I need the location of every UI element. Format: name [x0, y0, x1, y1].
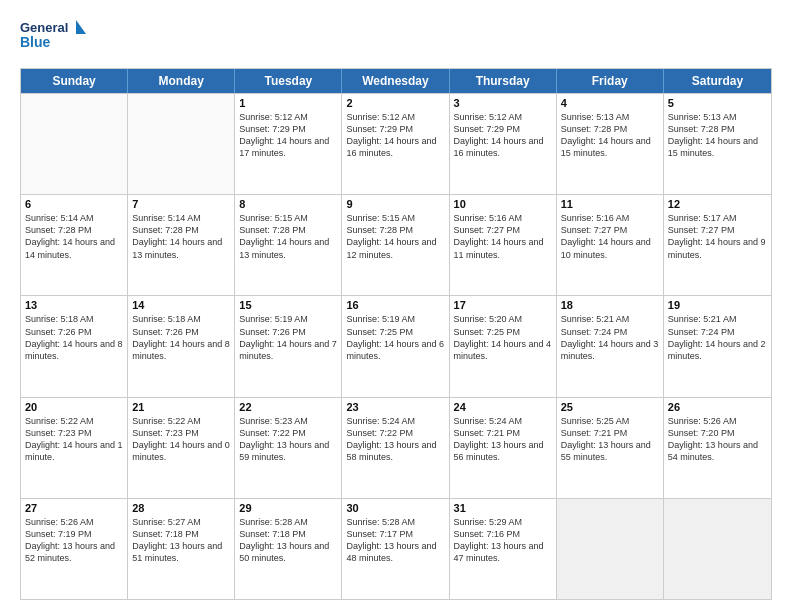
day-number: 16 [346, 299, 444, 311]
day-number: 13 [25, 299, 123, 311]
day-header-friday: Friday [557, 69, 664, 93]
day-number: 20 [25, 401, 123, 413]
day-cell-21: 21Sunrise: 5:22 AM Sunset: 7:23 PM Dayli… [128, 398, 235, 498]
day-number: 24 [454, 401, 552, 413]
day-info: Sunrise: 5:18 AM Sunset: 7:26 PM Dayligh… [25, 313, 123, 362]
day-header-sunday: Sunday [21, 69, 128, 93]
day-number: 21 [132, 401, 230, 413]
empty-cell-4-6 [664, 499, 771, 599]
day-cell-24: 24Sunrise: 5:24 AM Sunset: 7:21 PM Dayli… [450, 398, 557, 498]
day-cell-28: 28Sunrise: 5:27 AM Sunset: 7:18 PM Dayli… [128, 499, 235, 599]
day-cell-5: 5Sunrise: 5:13 AM Sunset: 7:28 PM Daylig… [664, 94, 771, 194]
day-number: 15 [239, 299, 337, 311]
day-number: 1 [239, 97, 337, 109]
day-cell-23: 23Sunrise: 5:24 AM Sunset: 7:22 PM Dayli… [342, 398, 449, 498]
day-info: Sunrise: 5:25 AM Sunset: 7:21 PM Dayligh… [561, 415, 659, 464]
day-info: Sunrise: 5:24 AM Sunset: 7:22 PM Dayligh… [346, 415, 444, 464]
day-info: Sunrise: 5:21 AM Sunset: 7:24 PM Dayligh… [668, 313, 767, 362]
day-number: 18 [561, 299, 659, 311]
day-number: 4 [561, 97, 659, 109]
day-number: 6 [25, 198, 123, 210]
day-cell-16: 16Sunrise: 5:19 AM Sunset: 7:25 PM Dayli… [342, 296, 449, 396]
day-number: 17 [454, 299, 552, 311]
day-number: 3 [454, 97, 552, 109]
day-cell-7: 7Sunrise: 5:14 AM Sunset: 7:28 PM Daylig… [128, 195, 235, 295]
svg-text:General: General [20, 20, 68, 35]
day-header-tuesday: Tuesday [235, 69, 342, 93]
day-header-monday: Monday [128, 69, 235, 93]
day-number: 5 [668, 97, 767, 109]
day-info: Sunrise: 5:29 AM Sunset: 7:16 PM Dayligh… [454, 516, 552, 565]
day-cell-11: 11Sunrise: 5:16 AM Sunset: 7:27 PM Dayli… [557, 195, 664, 295]
day-cell-19: 19Sunrise: 5:21 AM Sunset: 7:24 PM Dayli… [664, 296, 771, 396]
day-number: 8 [239, 198, 337, 210]
day-cell-18: 18Sunrise: 5:21 AM Sunset: 7:24 PM Dayli… [557, 296, 664, 396]
empty-cell-0-1 [128, 94, 235, 194]
header: General Blue [20, 16, 772, 60]
day-number: 11 [561, 198, 659, 210]
day-number: 12 [668, 198, 767, 210]
day-info: Sunrise: 5:21 AM Sunset: 7:24 PM Dayligh… [561, 313, 659, 362]
day-cell-14: 14Sunrise: 5:18 AM Sunset: 7:26 PM Dayli… [128, 296, 235, 396]
day-number: 28 [132, 502, 230, 514]
day-info: Sunrise: 5:23 AM Sunset: 7:22 PM Dayligh… [239, 415, 337, 464]
day-number: 31 [454, 502, 552, 514]
calendar: SundayMondayTuesdayWednesdayThursdayFrid… [20, 68, 772, 600]
calendar-row-3: 13Sunrise: 5:18 AM Sunset: 7:26 PM Dayli… [21, 295, 771, 396]
day-cell-26: 26Sunrise: 5:26 AM Sunset: 7:20 PM Dayli… [664, 398, 771, 498]
day-number: 29 [239, 502, 337, 514]
day-number: 2 [346, 97, 444, 109]
day-cell-4: 4Sunrise: 5:13 AM Sunset: 7:28 PM Daylig… [557, 94, 664, 194]
calendar-row-2: 6Sunrise: 5:14 AM Sunset: 7:28 PM Daylig… [21, 194, 771, 295]
empty-cell-0-0 [21, 94, 128, 194]
day-cell-13: 13Sunrise: 5:18 AM Sunset: 7:26 PM Dayli… [21, 296, 128, 396]
day-cell-29: 29Sunrise: 5:28 AM Sunset: 7:18 PM Dayli… [235, 499, 342, 599]
day-info: Sunrise: 5:14 AM Sunset: 7:28 PM Dayligh… [25, 212, 123, 261]
day-cell-15: 15Sunrise: 5:19 AM Sunset: 7:26 PM Dayli… [235, 296, 342, 396]
logo: General Blue [20, 16, 90, 60]
day-number: 22 [239, 401, 337, 413]
day-cell-22: 22Sunrise: 5:23 AM Sunset: 7:22 PM Dayli… [235, 398, 342, 498]
day-info: Sunrise: 5:16 AM Sunset: 7:27 PM Dayligh… [561, 212, 659, 261]
day-info: Sunrise: 5:28 AM Sunset: 7:18 PM Dayligh… [239, 516, 337, 565]
calendar-row-1: 1Sunrise: 5:12 AM Sunset: 7:29 PM Daylig… [21, 93, 771, 194]
day-info: Sunrise: 5:12 AM Sunset: 7:29 PM Dayligh… [454, 111, 552, 160]
day-info: Sunrise: 5:24 AM Sunset: 7:21 PM Dayligh… [454, 415, 552, 464]
day-cell-12: 12Sunrise: 5:17 AM Sunset: 7:27 PM Dayli… [664, 195, 771, 295]
svg-marker-2 [76, 20, 86, 34]
calendar-row-4: 20Sunrise: 5:22 AM Sunset: 7:23 PM Dayli… [21, 397, 771, 498]
day-info: Sunrise: 5:14 AM Sunset: 7:28 PM Dayligh… [132, 212, 230, 261]
day-info: Sunrise: 5:27 AM Sunset: 7:18 PM Dayligh… [132, 516, 230, 565]
day-info: Sunrise: 5:15 AM Sunset: 7:28 PM Dayligh… [346, 212, 444, 261]
day-number: 10 [454, 198, 552, 210]
day-info: Sunrise: 5:26 AM Sunset: 7:20 PM Dayligh… [668, 415, 767, 464]
day-number: 19 [668, 299, 767, 311]
day-number: 25 [561, 401, 659, 413]
day-info: Sunrise: 5:17 AM Sunset: 7:27 PM Dayligh… [668, 212, 767, 261]
day-cell-1: 1Sunrise: 5:12 AM Sunset: 7:29 PM Daylig… [235, 94, 342, 194]
day-header-saturday: Saturday [664, 69, 771, 93]
day-info: Sunrise: 5:20 AM Sunset: 7:25 PM Dayligh… [454, 313, 552, 362]
day-number: 7 [132, 198, 230, 210]
day-info: Sunrise: 5:15 AM Sunset: 7:28 PM Dayligh… [239, 212, 337, 261]
calendar-row-5: 27Sunrise: 5:26 AM Sunset: 7:19 PM Dayli… [21, 498, 771, 599]
day-cell-31: 31Sunrise: 5:29 AM Sunset: 7:16 PM Dayli… [450, 499, 557, 599]
day-info: Sunrise: 5:28 AM Sunset: 7:17 PM Dayligh… [346, 516, 444, 565]
day-cell-9: 9Sunrise: 5:15 AM Sunset: 7:28 PM Daylig… [342, 195, 449, 295]
day-info: Sunrise: 5:22 AM Sunset: 7:23 PM Dayligh… [25, 415, 123, 464]
day-info: Sunrise: 5:26 AM Sunset: 7:19 PM Dayligh… [25, 516, 123, 565]
day-cell-20: 20Sunrise: 5:22 AM Sunset: 7:23 PM Dayli… [21, 398, 128, 498]
day-cell-2: 2Sunrise: 5:12 AM Sunset: 7:29 PM Daylig… [342, 94, 449, 194]
day-header-wednesday: Wednesday [342, 69, 449, 93]
day-info: Sunrise: 5:16 AM Sunset: 7:27 PM Dayligh… [454, 212, 552, 261]
day-header-thursday: Thursday [450, 69, 557, 93]
day-info: Sunrise: 5:18 AM Sunset: 7:26 PM Dayligh… [132, 313, 230, 362]
day-info: Sunrise: 5:19 AM Sunset: 7:26 PM Dayligh… [239, 313, 337, 362]
day-number: 14 [132, 299, 230, 311]
day-cell-30: 30Sunrise: 5:28 AM Sunset: 7:17 PM Dayli… [342, 499, 449, 599]
calendar-header: SundayMondayTuesdayWednesdayThursdayFrid… [21, 69, 771, 93]
day-info: Sunrise: 5:12 AM Sunset: 7:29 PM Dayligh… [346, 111, 444, 160]
day-info: Sunrise: 5:19 AM Sunset: 7:25 PM Dayligh… [346, 313, 444, 362]
empty-cell-4-5 [557, 499, 664, 599]
logo-svg: General Blue [20, 16, 90, 60]
